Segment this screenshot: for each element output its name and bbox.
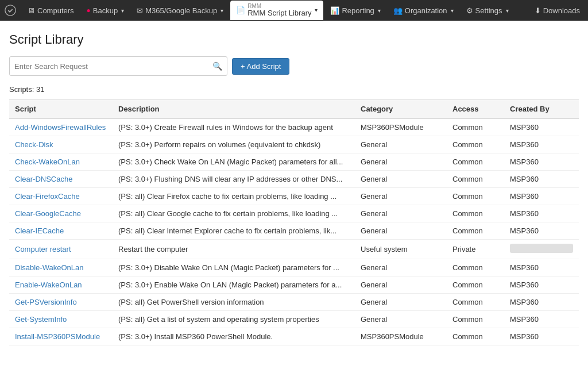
table-row: Clear-IECache(PS: all) Clear Internet Ex… [9,222,579,240]
script-category: General [355,188,447,205]
script-link[interactable]: Check-WakeOnLan [15,157,80,166]
script-description: (PS: 3.0+) Enable Wake On LAN (Magic Pac… [113,276,355,294]
top-navigation: 🖥 Computers ● Backup ▾ ✉ M365/Google Bac… [0,0,588,21]
script-created-by: MSP360 [504,294,579,311]
script-category: General [355,136,447,153]
download-icon: ⬇ [535,6,541,15]
svg-point-0 [5,5,16,16]
script-access: Common [447,276,504,294]
nav-computers[interactable]: 🖥 Computers [22,4,80,17]
backup-icon: ● [87,6,91,14]
nav-backup[interactable]: ● Backup ▾ [81,4,130,17]
script-link[interactable]: Computer restart [15,245,71,253]
script-description: (PS: 3.0+) Check Wake On LAN (Magic Pack… [113,153,355,171]
script-access: Common [447,328,504,345]
script-created-by: MSP360 [504,205,579,222]
table-row: Disable-WakeOnLan(PS: 3.0+) Disable Wake… [9,259,579,276]
script-link[interactable]: Clear-GoogleCache [15,209,81,218]
script-created-by: MSP360 [504,171,579,188]
script-description: (PS: 3.0+) Perform repairs on volumes (e… [113,136,355,153]
script-category: General [355,311,447,328]
script-link[interactable]: Check-Disk [15,140,53,149]
script-category: MSP360PSModule [355,118,447,136]
search-icon[interactable]: 🔍 [212,62,222,71]
page-content: Script Library 🔍 + Add Script Scripts: 3… [0,21,588,357]
script-access: Private [447,240,504,259]
scripts-table: Script Description Category Access Creat… [9,99,579,345]
script-access: Common [447,188,504,205]
script-description: (PS: all) Clear Internet Explorer cache … [113,222,355,240]
script-created-by: MSP360 [504,259,579,276]
script-category: General [355,222,447,240]
nav-m365[interactable]: ✉ M365/Google Backup ▾ [131,4,229,17]
script-access: Common [447,205,504,222]
script-access: Common [447,294,504,311]
script-category: General [355,276,447,294]
script-description: (PS: all) Get a list of system and opera… [113,311,355,328]
script-created-by: MSP360 [504,136,579,153]
script-link[interactable]: Clear-FirefoxCache [15,192,80,201]
file-icon: 📄 [236,6,245,14]
rmm-caret: ▾ [315,7,318,13]
script-link[interactable]: Clear-DNSCache [15,175,72,183]
nav-organization[interactable]: 👥 Organization ▾ [388,4,459,17]
table-row: Check-Disk(PS: 3.0+) Perform repairs on … [9,136,579,153]
script-access: Common [447,171,504,188]
table-row: Check-WakeOnLan(PS: 3.0+) Check Wake On … [9,153,579,171]
script-category: Useful system [355,240,447,259]
script-description: (PS: 3.0+) Install MSP360 PowerShell Mod… [113,328,355,345]
script-description: Restart the computer [113,240,355,259]
settings-caret: ▾ [506,7,509,14]
script-description: (PS: 3.0+) Disable Wake On LAN (Magic Pa… [113,259,355,276]
script-access: Common [447,118,504,136]
script-link[interactable]: Get-SystemInfo [15,315,67,324]
brand-logo [2,2,18,18]
script-link[interactable]: Disable-WakeOnLan [15,263,83,272]
table-row: Get-PSVersionInfo(PS: all) Get PowerShel… [9,294,579,311]
script-description: (PS: all) Clear Firefox cache to fix cer… [113,188,355,205]
table-row: Install-MSP360PSModule(PS: 3.0+) Install… [9,328,579,345]
backup-caret: ▾ [121,7,124,14]
search-input[interactable] [14,62,212,71]
organization-caret: ▾ [451,7,454,14]
nav-settings[interactable]: ⚙ Settings ▾ [461,4,514,17]
col-header-access: Access [447,100,504,119]
script-access: Common [447,311,504,328]
script-category: General [355,205,447,222]
script-category: General [355,153,447,171]
script-link[interactable]: Enable-WakeOnLan [15,281,82,289]
col-header-description: Description [113,100,355,119]
script-category: General [355,259,447,276]
add-script-button[interactable]: + Add Script [232,58,289,75]
col-header-created-by: Created By [504,100,579,119]
search-wrapper: 🔍 [9,56,227,76]
script-link[interactable]: Clear-IECache [15,226,64,235]
gear-icon: ⚙ [466,6,473,15]
script-created-by: MSP360 [504,222,579,240]
script-created-by: MSP360 [504,188,579,205]
nav-rmm[interactable]: 📄 RMM RMM Script Library ▾ [230,1,323,20]
nav-downloads[interactable]: ⬇ Downloads [529,4,586,17]
table-row: Computer restartRestart the computerUsef… [9,240,579,259]
script-description: (PS: all) Get PowerShell version informa… [113,294,355,311]
scripts-count: Scripts: 31 [9,85,579,94]
page-title: Script Library [9,32,579,47]
script-link[interactable]: Add-WindowsFirewallRules [15,123,106,132]
script-description: (PS: 3.0+) Flushing DNS will clear any I… [113,171,355,188]
script-link[interactable]: Install-MSP360PSModule [15,332,100,341]
table-row: Get-SystemInfo(PS: all) Get a list of sy… [9,311,579,328]
col-header-category: Category [355,100,447,119]
script-category: General [355,171,447,188]
script-access: Common [447,259,504,276]
email-icon: ✉ [137,6,143,15]
blurred-value [510,244,573,253]
script-created-by: MSP360 [504,118,579,136]
table-row: Clear-FirefoxCache(PS: all) Clear Firefo… [9,188,579,205]
nav-reporting[interactable]: 📊 Reporting ▾ [324,4,386,17]
m365-caret: ▾ [220,7,223,14]
script-access: Common [447,153,504,171]
script-link[interactable]: Get-PSVersionInfo [15,298,77,306]
table-header-row: Script Description Category Access Creat… [9,100,579,119]
script-created-by [504,240,579,259]
script-category: General [355,294,447,311]
